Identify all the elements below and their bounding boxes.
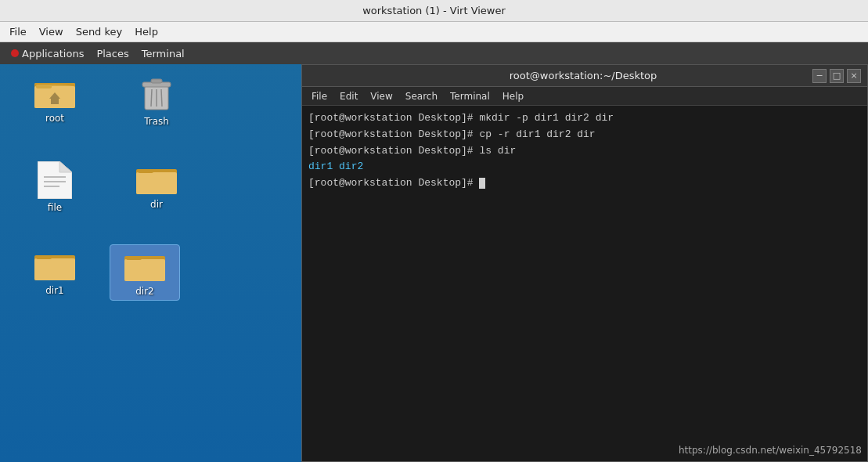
icon-label-dir2: dir2 bbox=[135, 286, 154, 297]
folder-icon-dir1 bbox=[34, 247, 75, 282]
desktop: root Trash bbox=[0, 64, 301, 462]
term-cursor bbox=[479, 178, 485, 189]
main-area: root Trash bbox=[0, 64, 868, 462]
svg-rect-23 bbox=[126, 256, 142, 260]
icon-label-root: root bbox=[45, 113, 64, 124]
term-output-dir1: dir1 bbox=[308, 161, 333, 172]
term-menu-edit[interactable]: Edit bbox=[333, 89, 364, 103]
desktop-icon-trash[interactable]: Trash bbox=[121, 72, 192, 130]
panel-places[interactable]: Places bbox=[90, 46, 135, 61]
term-menu-search[interactable]: Search bbox=[399, 89, 444, 103]
menu-sendkey[interactable]: Send key bbox=[70, 24, 129, 39]
terminal-menubar: File Edit View Search Terminal Help bbox=[302, 87, 867, 106]
terminal-close-btn[interactable]: × bbox=[847, 69, 861, 83]
svg-line-9 bbox=[161, 89, 162, 106]
terminal-title: root@workstation:~/Desktop bbox=[355, 70, 811, 81]
icon-label-dir1: dir1 bbox=[45, 285, 64, 296]
icon-label-dir: dir bbox=[150, 199, 163, 210]
svg-marker-10 bbox=[38, 161, 72, 199]
menu-help[interactable]: Help bbox=[128, 24, 164, 39]
term-menu-view[interactable]: View bbox=[364, 89, 398, 103]
svg-line-7 bbox=[151, 89, 152, 106]
term-line-4-output: dir1 dir2 bbox=[308, 159, 861, 175]
watermark: https://blog.csdn.net/weixin_45792518 bbox=[679, 445, 862, 456]
svg-rect-19 bbox=[34, 258, 75, 280]
applications-label: Applications bbox=[22, 48, 84, 60]
svg-rect-16 bbox=[136, 172, 177, 194]
svg-marker-11 bbox=[59, 161, 72, 172]
term-menu-help[interactable]: Help bbox=[496, 89, 530, 103]
desktop-icon-dir2[interactable]: dir2 bbox=[110, 244, 180, 301]
desktop-icon-root[interactable]: root bbox=[20, 72, 90, 127]
term-line-1: [root@workstation Desktop]# mkdir -p dir… bbox=[308, 110, 861, 127]
terminal-window-controls: − □ × bbox=[811, 69, 861, 83]
term-cmd-2: cp -r dir1 dir2 dir bbox=[479, 128, 595, 140]
terminal-titlebar: root@workstation:~/Desktop − □ × bbox=[302, 65, 867, 87]
term-line-3: [root@workstation Desktop]# ls dir bbox=[308, 143, 861, 160]
desktop-icon-dir1[interactable]: dir1 bbox=[20, 244, 90, 299]
window-title: workstation (1) - Virt Viewer bbox=[362, 5, 506, 16]
red-hat-logo bbox=[11, 49, 19, 57]
term-cmd-1: mkdir -p dir1 dir2 dir bbox=[479, 112, 614, 124]
panel-terminal[interactable]: Terminal bbox=[135, 46, 191, 61]
term-prompt-2: [root@workstation Desktop]# bbox=[308, 128, 479, 140]
places-label: Places bbox=[96, 48, 128, 60]
file-icon-svg bbox=[38, 161, 72, 199]
title-bar: workstation (1) - Virt Viewer bbox=[0, 0, 868, 22]
folder-icon-dir bbox=[136, 161, 177, 196]
svg-rect-22 bbox=[124, 259, 165, 281]
term-menu-terminal[interactable]: Terminal bbox=[444, 89, 496, 103]
menu-file[interactable]: File bbox=[3, 24, 33, 39]
terminal-minimize-btn[interactable]: − bbox=[812, 69, 827, 83]
folder-icon-dir2 bbox=[124, 248, 165, 283]
watermark-text: https://blog.csdn.net/weixin_45792518 bbox=[679, 445, 862, 456]
trash-icon-svg bbox=[140, 75, 173, 113]
term-prompt-3: [root@workstation Desktop]# bbox=[308, 145, 479, 157]
icon-label-trash: Trash bbox=[144, 116, 169, 127]
menu-view[interactable]: View bbox=[33, 24, 70, 39]
term-line-2: [root@workstation Desktop]# cp -r dir1 d… bbox=[308, 127, 861, 143]
term-menu-file[interactable]: File bbox=[305, 89, 333, 103]
term-cmd-3: ls dir bbox=[479, 145, 516, 157]
term-output-dir2: dir2 bbox=[339, 161, 363, 172]
svg-rect-20 bbox=[36, 255, 52, 259]
desktop-icon-dir[interactable]: dir bbox=[121, 158, 192, 213]
terminal-window: root@workstation:~/Desktop − □ × File Ed… bbox=[301, 64, 868, 462]
desktop-icon-file[interactable]: file bbox=[20, 158, 90, 216]
icon-label-file: file bbox=[48, 202, 62, 213]
folder-icon-root bbox=[34, 75, 75, 110]
term-prompt-1: [root@workstation Desktop]# bbox=[308, 112, 479, 124]
term-prompt-5: [root@workstation Desktop]# bbox=[308, 177, 479, 189]
svg-rect-17 bbox=[138, 169, 153, 173]
terminal-body[interactable]: [root@workstation Desktop]# mkdir -p dir… bbox=[302, 106, 867, 461]
term-line-5: [root@workstation Desktop]# bbox=[308, 175, 861, 192]
virt-viewer-menubar: File View Send key Help bbox=[0, 22, 868, 42]
terminal-label: Terminal bbox=[142, 48, 185, 60]
svg-rect-3 bbox=[36, 85, 52, 88]
panel-applications[interactable]: Applications bbox=[5, 46, 90, 61]
svg-rect-6 bbox=[151, 79, 162, 83]
terminal-restore-btn[interactable]: □ bbox=[830, 69, 844, 83]
gnome-panel: Applications Places Terminal bbox=[0, 42, 868, 64]
